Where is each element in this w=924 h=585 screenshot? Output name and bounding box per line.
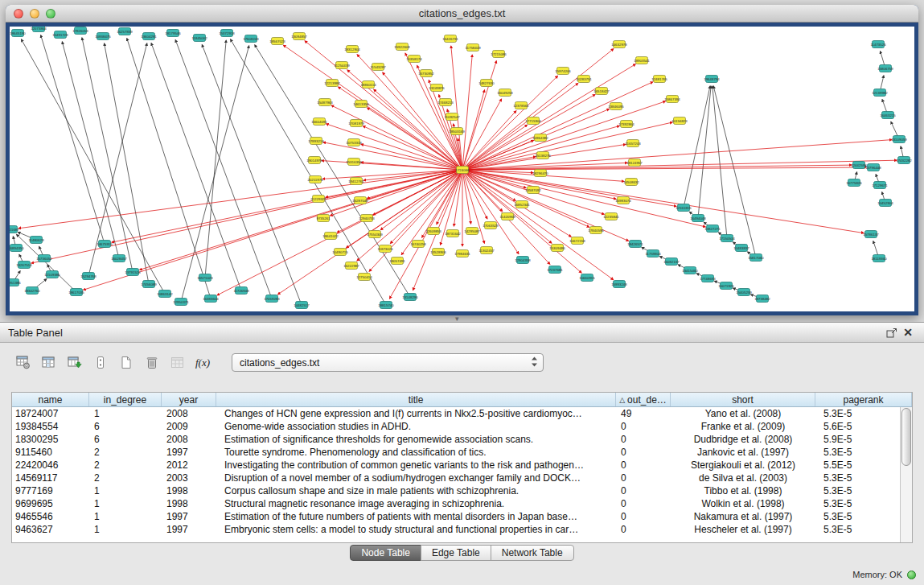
graph-node[interactable]: 16426731 (442, 35, 458, 43)
graph-node[interactable]: 12073864 (31, 27, 47, 32)
table-row[interactable]: 1456911722003Disruption of a novel membe… (12, 472, 900, 484)
graph-node[interactable]: 11473526 (870, 41, 886, 48)
graph-node[interactable]: 11543287 (370, 64, 386, 71)
graph-edge[interactable] (713, 86, 756, 257)
graph-node[interactable]: 18645190 (10, 30, 26, 37)
graph-node[interactable]: 16571023 (197, 274, 213, 282)
graph-node[interactable]: 17150504 (719, 235, 735, 242)
graph-node[interactable]: 11726948 (233, 287, 249, 295)
graph-node[interactable]: 17951386 (10, 279, 21, 286)
graph-node[interactable]: 16894350 (10, 245, 24, 252)
graph-node[interactable]: 10483837 (733, 245, 749, 252)
graph-node[interactable]: 18738482 (754, 295, 770, 303)
graph-node[interactable]: 20211976 (307, 176, 323, 183)
graph-node[interactable]: 15491728 (52, 31, 68, 39)
graph-node[interactable]: 18296470 (532, 170, 548, 177)
graph-node[interactable]: 12235841 (603, 213, 619, 220)
column-header-short[interactable]: short (671, 393, 815, 406)
graph-edge[interactable] (462, 170, 676, 206)
graph-node[interactable]: 17748693 (700, 275, 716, 282)
table-row[interactable]: 946554611997Estimation of the future num… (12, 510, 900, 523)
graph-node[interactable]: 10672158 (569, 237, 585, 245)
graph-node[interactable]: 13109059 (891, 136, 907, 143)
graph-node[interactable]: 17456089 (141, 281, 157, 288)
column-header-title[interactable]: title (216, 393, 616, 406)
graph-edge[interactable] (140, 170, 462, 270)
graph-node[interactable]: 14508632 (623, 179, 639, 186)
graph-node[interactable]: 13094857 (291, 33, 307, 40)
graph-node[interactable]: 13148296 (402, 294, 418, 301)
column-header-pagerank[interactable]: pagerank (815, 393, 912, 406)
graph-node[interactable]: 17984631 (454, 250, 470, 257)
graph-edge[interactable] (231, 39, 386, 305)
table-mode-icon[interactable] (13, 355, 34, 371)
graph-node[interactable]: 13604291 (141, 33, 157, 40)
graph-node[interactable]: 17392864 (618, 121, 634, 128)
graph-node[interactable]: 11254439 (334, 62, 350, 69)
zoom-window-icon[interactable] (46, 9, 55, 19)
graph-node[interactable]: 1724066 (455, 167, 470, 174)
graph-node[interactable]: 13791524 (125, 269, 141, 276)
graph-node[interactable]: 10660915 (579, 274, 595, 282)
graph-node[interactable]: 11758409 (465, 44, 481, 51)
graph-node[interactable]: 17893214 (308, 138, 324, 145)
graph-node[interactable]: 11420968 (499, 213, 515, 220)
import-table-icon[interactable] (167, 355, 188, 371)
graph-node[interactable]: 18312904 (344, 46, 360, 53)
network-graph[interactable]: 1724066183129041125443912213987154879631… (10, 27, 914, 311)
table-row[interactable]: 1938455462009Genome-wide association stu… (12, 420, 900, 433)
graph-node[interactable]: 13528906 (430, 249, 446, 256)
graph-node[interactable]: 17129671 (872, 182, 888, 189)
graph-node[interactable]: 10938475 (95, 33, 111, 40)
graph-node[interactable]: 16463215 (880, 112, 896, 119)
graph-node[interactable]: 14827630 (478, 80, 495, 87)
row-card-icon[interactable] (90, 355, 111, 371)
graph-edge[interactable] (684, 86, 710, 208)
graph-node[interactable]: 19412761 (348, 178, 364, 185)
graph-node[interactable]: 16383604 (203, 295, 219, 303)
graph-node[interactable]: 15405259 (736, 289, 752, 296)
graph-node[interactable]: 18617035 (68, 289, 84, 296)
graph-node[interactable]: 16287045 (352, 197, 368, 204)
graph-node[interactable]: 13415460 (682, 267, 698, 274)
graph-node[interactable]: 13249876 (429, 84, 445, 92)
close-panel-icon[interactable]: ✕ (900, 326, 916, 339)
tab-node-table[interactable]: Node Table (350, 545, 421, 561)
column-header-name[interactable]: name (12, 393, 89, 406)
graph-node[interactable]: 21229321 (310, 196, 326, 203)
graph-node[interactable]: 16494048 (690, 215, 706, 222)
graph-edge[interactable] (698, 86, 711, 218)
graph-node[interactable]: 18731642 (445, 230, 461, 237)
graph-edge[interactable] (357, 55, 462, 170)
graph-node[interactable]: 12378561 (513, 102, 529, 109)
graph-node[interactable]: 12950371 (173, 299, 189, 306)
graph-node[interactable]: 17840596 (588, 227, 604, 234)
tab-edge-table[interactable]: Edge Table (421, 545, 491, 561)
graph-node[interactable]: 15316354 (346, 159, 362, 166)
table-scrollbar-thumb[interactable] (901, 408, 911, 466)
graph-node[interactable]: 16028457 (111, 255, 127, 262)
function-builder-icon[interactable]: f(x) (193, 355, 214, 371)
graph-node[interactable]: 13827271 (704, 225, 721, 233)
graph-node[interactable]: 15309486 (549, 245, 565, 252)
graph-node[interactable]: 16049258 (497, 89, 513, 97)
graph-node[interactable]: 11480629 (28, 237, 44, 244)
graph-node[interactable]: 15974206 (555, 68, 571, 75)
table-selector-combo[interactable]: citations_edges.txt (232, 353, 544, 372)
column-header-year[interactable]: year (162, 393, 216, 406)
create-column-icon[interactable] (64, 355, 85, 371)
graph-node[interactable]: 16740258 (410, 241, 426, 248)
graph-node[interactable]: 17826053 (72, 27, 88, 35)
graph-node[interactable]: 18641022 (322, 233, 339, 240)
minimize-window-icon[interactable] (30, 9, 39, 19)
graph-node[interactable]: 19648794 (704, 76, 720, 83)
graph-edge[interactable] (62, 42, 119, 258)
graph-node[interactable]: 11092547 (444, 113, 460, 121)
graph-node[interactable]: 10156823 (671, 117, 688, 125)
table-row[interactable]: 911546021997Tourette syndrome. Phenomeno… (12, 446, 900, 459)
graph-node[interactable]: 10283751 (576, 76, 592, 83)
graph-node[interactable]: 16983074 (615, 197, 631, 204)
graph-node[interactable]: 17715904 (525, 117, 541, 125)
graph-node[interactable]: 10863142 (157, 290, 173, 298)
graph-edge[interactable] (205, 40, 226, 278)
